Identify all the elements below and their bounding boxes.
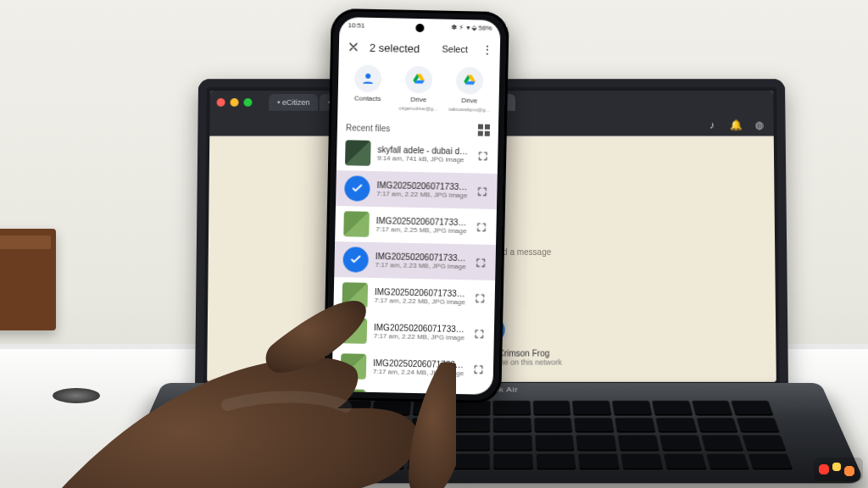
bell-icon[interactable]: 🔔 [730,119,742,131]
keyboard-key[interactable] [493,418,531,432]
phone-screen: 10:51 ✽ ⚡︎ ▾ ⬙ 58% 2 selected Select ⋮ C… [331,17,500,395]
keyboard-key[interactable] [450,453,490,469]
keyboard-key[interactable] [748,453,793,469]
keyboard-key[interactable] [372,401,410,415]
keyboard-key[interactable] [692,401,732,415]
share-destination[interactable]: Driveotigerodrive@g... [395,65,442,111]
window-minimize-icon[interactable] [230,98,238,107]
keyboard-key[interactable] [743,435,786,451]
desk-grommet [53,388,100,403]
status-time: 10:51 [348,21,364,29]
file-meta: 7:17 am, 2.23 MB, JPG image [375,261,466,270]
keyboard-key[interactable] [234,453,278,469]
keyboard-key[interactable] [493,453,533,469]
file-row[interactable]: IMG20250206071733_BU...7:17 am, 2.22 MB,… [332,313,494,352]
destination-label: Drive [461,97,477,104]
keyboard-key[interactable] [331,401,370,415]
keyboard-key[interactable] [452,418,490,432]
file-row[interactable]: IMG20250206071733_BU...7:17 am, 2.22 MB,… [336,170,498,209]
keyboard-key[interactable] [453,401,490,415]
expand-arrows-icon[interactable] [475,184,488,197]
keyboard-key[interactable] [664,453,707,469]
keyboard-key[interactable] [413,401,450,415]
keyboard-key[interactable] [287,418,327,432]
keyboard-key[interactable] [732,401,773,415]
file-thumbnail [343,211,370,237]
more-menu-icon[interactable]: ⋮ [481,46,493,54]
window-zoom-icon[interactable] [243,98,252,107]
keyboard-key[interactable] [493,401,531,415]
keyboard-key[interactable] [533,401,570,415]
keyboard-key[interactable] [701,435,743,451]
window-close-icon[interactable] [217,98,225,107]
keyboard-key[interactable] [240,435,282,451]
keyboard-key[interactable] [291,401,331,415]
file-row[interactable]: IMG20250206071733_BU...7:17 am, 2.22 MB,… [333,277,495,316]
file-thumbnail [340,389,366,395]
keyboard-key[interactable] [573,401,611,415]
file-row[interactable]: IMG20250206071733_BU...7:17 am, 2.25 MB,… [335,206,497,245]
expand-arrows-icon[interactable] [473,291,487,304]
file-list[interactable]: skyfall adele - dubai danci...9:14 am, 7… [331,135,498,395]
keyboard-key[interactable] [575,418,614,432]
keyboard-key[interactable] [245,418,287,432]
expand-arrows-icon[interactable] [472,326,486,340]
keyboard-key[interactable] [535,435,575,451]
file-row[interactable]: skyfall adele - dubai danci...9:14 am, 7… [337,135,498,174]
keyboard-key[interactable] [536,453,576,469]
keyboard-key[interactable] [409,435,448,451]
keyboard-key[interactable] [620,453,663,469]
keyboard-key[interactable] [576,435,617,451]
share-destination[interactable]: Drivetalktowebpro@g... [446,67,492,113]
keyboard-key[interactable] [407,453,448,469]
keyboard-key[interactable] [696,418,737,432]
file-row[interactable]: IMG20250206071733_BU...7:17 am, 2.24 MB,… [332,348,494,387]
keyboard-key[interactable] [618,435,659,451]
expand-arrows-icon[interactable] [476,148,489,162]
contacts-icon [354,64,382,92]
laptop-keyboard[interactable] [190,401,793,469]
keyboard-key[interactable] [737,418,779,432]
keyboard-key[interactable] [578,453,620,469]
file-row[interactable]: IMG20250206071733_BU...7:17 am, 2.23 MB,… [334,241,496,280]
keyboard-key[interactable] [613,401,652,415]
selected-check-icon[interactable] [342,247,369,273]
file-text: skyfall adele - dubai danci...9:14 am, 7… [377,145,469,164]
keyboard-key[interactable] [659,435,701,451]
drive-icon [405,66,433,94]
keyboard-key[interactable] [706,453,750,469]
keyboard-key[interactable] [324,435,364,451]
keyboard-key[interactable] [328,418,368,432]
keyboard-key[interactable] [370,418,409,432]
file-meta: 9:14 am, 741 kB, JPG image [377,154,469,164]
keyboard-key[interactable] [198,435,241,451]
keyboard-key[interactable] [411,418,449,432]
keyboard-key[interactable] [652,401,692,415]
keyboard-key[interactable] [366,435,407,451]
file-meta: 7:17 am, 2.22 MB, JPG image [374,332,465,341]
keyboard-key[interactable] [277,453,320,469]
expand-arrows-icon[interactable] [473,255,487,269]
close-button[interactable] [346,39,361,54]
keyboard-key[interactable] [493,435,532,451]
keyboard-key[interactable] [190,453,235,469]
select-all-button[interactable]: Select [437,42,473,56]
selected-check-icon[interactable] [344,175,370,202]
expand-arrows-icon[interactable] [471,362,485,375]
keyboard-key[interactable] [364,453,405,469]
keyboard-key[interactable] [320,453,363,469]
keyboard-key[interactable] [615,418,655,432]
keyboard-key[interactable] [534,418,572,432]
keyboard-key[interactable] [204,418,247,432]
keyboard-key[interactable] [656,418,697,432]
view-toggle-grid-icon[interactable] [478,125,490,136]
share-destination[interactable]: Contacts [344,64,391,110]
user-icon[interactable]: ◍ [754,119,765,131]
browser-tab[interactable]: • eCitizen [269,94,318,111]
music-icon[interactable]: ♪ [706,119,718,131]
keyboard-key[interactable] [251,401,292,415]
keyboard-key[interactable] [451,435,490,451]
expand-arrows-icon[interactable] [474,219,487,233]
keyboard-key[interactable] [210,401,252,415]
keyboard-key[interactable] [282,435,324,451]
